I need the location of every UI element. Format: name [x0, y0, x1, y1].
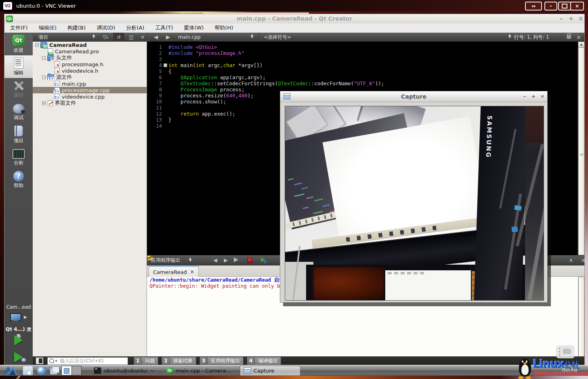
- code-token: process.resize(: [168, 93, 226, 99]
- menubar-item[interactable]: 文件(F): [10, 24, 28, 32]
- taskbar-button-qt[interactable]: main.cpp - Camera...: [163, 366, 234, 375]
- vnc-close-button[interactable]: ×: [570, 2, 584, 11]
- browser-icon[interactable]: [37, 366, 46, 375]
- tree-item[interactable]: C+processImage.cpp: [33, 87, 147, 93]
- locator-input[interactable]: [59, 358, 121, 364]
- debug-run-button[interactable]: [14, 352, 23, 362]
- output-pane-button-1[interactable]: 1问题: [134, 357, 158, 365]
- output-pane-button-4[interactable]: 4编译输出: [247, 357, 281, 365]
- camera-text-speck: [314, 198, 323, 202]
- fold-marker-icon[interactable]: −: [164, 63, 167, 67]
- document-selector-icon[interactable]: ▲▼: [251, 34, 253, 38]
- scroll-up-icon[interactable]: ▲: [578, 42, 584, 47]
- close-output-icon[interactable]: ×: [581, 255, 586, 265]
- open-document-selector[interactable]: main.cpp: [178, 33, 201, 42]
- h-file-icon: h: [55, 68, 60, 74]
- qtcreator-minimize-button[interactable]: –: [557, 14, 566, 23]
- tree-item-label: processImage.cpp: [62, 87, 109, 93]
- project-pane-selector-icon[interactable]: ▲▼: [92, 34, 95, 38]
- sync-with-editor-icon[interactable]: ↺: [113, 33, 124, 42]
- file-manager-icon[interactable]: [23, 366, 33, 375]
- run-button[interactable]: [14, 335, 23, 345]
- editor-close-icon[interactable]: ×: [576, 33, 581, 42]
- workspace-2[interactable]: [71, 366, 81, 375]
- output-pane-selector-icon[interactable]: ▲▼: [189, 257, 191, 261]
- tree-item[interactable]: −h头文件: [33, 55, 147, 61]
- editor-scrollbar[interactable]: ▲ ▼: [578, 42, 584, 269]
- windows-icon[interactable]: [50, 368, 57, 375]
- app-menu-icon[interactable]: [2, 366, 19, 375]
- rerun-icon[interactable]: [234, 257, 238, 262]
- mode-qt[interactable]: 欢迎: [4, 33, 33, 55]
- run-output-icon[interactable]: [261, 257, 265, 262]
- locator-field[interactable]: ▼: [47, 357, 128, 365]
- target-selector-arrow-icon[interactable]: ▶: [24, 315, 27, 319]
- taskbar-button-window[interactable]: Capture: [240, 366, 300, 376]
- filter-icon[interactable]: ▽▾: [101, 33, 110, 42]
- target-selector-button[interactable]: [10, 313, 22, 323]
- menubar-item[interactable]: 构建(B): [67, 24, 86, 32]
- tree-item[interactable]: hprocessImage.h: [33, 61, 147, 67]
- cursor-position-selector-icon[interactable]: ▲▼: [508, 34, 511, 38]
- collapse-icon[interactable]: −: [42, 56, 46, 60]
- mode-debug[interactable]: 调试: [4, 101, 33, 123]
- output-tab-cameraread[interactable]: CameraRead ✕: [149, 266, 199, 277]
- taskbar-button-terminal[interactable]: ubuntu@ubuntu: ~: [90, 366, 158, 375]
- capture-maximize-button[interactable]: +: [529, 92, 538, 101]
- capture-minimize-button[interactable]: –: [521, 92, 529, 101]
- collapse-icon[interactable]: −: [35, 43, 39, 47]
- tree-item[interactable]: QtCameraRead.pro: [33, 48, 147, 55]
- nav-forward-icon[interactable]: ▶: [166, 33, 170, 42]
- mode-analyze[interactable]: 分析: [4, 146, 33, 168]
- editor-scrollbar-thumb[interactable]: [578, 47, 584, 263]
- menubar-item[interactable]: 调试(D): [97, 24, 115, 32]
- tree-item[interactable]: hvideodevice.h: [33, 67, 147, 74]
- symbol-selector[interactable]: <选择符号>: [264, 33, 291, 42]
- capture-window-title: Capture: [280, 91, 547, 102]
- mode-book[interactable]: 项目: [4, 123, 33, 146]
- expand-icon[interactable]: +: [42, 101, 46, 105]
- mode-edit[interactable]: 编辑: [4, 55, 33, 78]
- locator-dropdown-icon[interactable]: ▼: [55, 359, 57, 363]
- menubar-item[interactable]: 窗体(W): [184, 24, 204, 32]
- capture-titlebar[interactable]: Capture: [280, 91, 547, 102]
- maximize-output-icon[interactable]: ∧: [569, 255, 573, 265]
- workspace-1[interactable]: [62, 366, 71, 375]
- menubar-item[interactable]: 工具(T): [155, 24, 173, 32]
- vnc-fullscreen-button[interactable]: ⇔: [525, 2, 542, 11]
- menubar-item[interactable]: 分析(A): [126, 24, 144, 32]
- output-pane-button-3[interactable]: 3应用程序输出: [200, 357, 244, 365]
- output-prev-icon[interactable]: ◀: [212, 257, 219, 264]
- output-next-icon[interactable]: ▶: [222, 257, 229, 264]
- output-tab-close-icon[interactable]: ✕: [190, 269, 194, 275]
- lock-icon[interactable]: [567, 35, 571, 39]
- nav-back-icon[interactable]: ◀: [154, 33, 158, 42]
- tree-item[interactable]: −C+源文件: [33, 74, 147, 80]
- vnc-minimize-button[interactable]: –: [544, 2, 557, 11]
- qtcreator-titlebar[interactable]: Qt main.cpp - CameraRead - Qt Creator: [4, 14, 584, 24]
- mode-help[interactable]: 帮助: [4, 168, 33, 191]
- vnc-logo-2: 2: [8, 3, 11, 8]
- qtcreator-close-button[interactable]: ×: [576, 14, 585, 23]
- qtcreator-maximize-button[interactable]: +: [567, 14, 575, 23]
- menubar-item[interactable]: 编辑(E): [39, 24, 57, 32]
- code-token: [168, 86, 181, 93]
- sidebar-toggle-icon[interactable]: [36, 358, 43, 364]
- tree-item[interactable]: −QtCameraRead: [33, 42, 147, 48]
- tree-item[interactable]: C+main.cpp: [33, 80, 147, 87]
- vnc-logo-icon: V2: [3, 2, 12, 10]
- collapse-icon[interactable]: −: [42, 76, 46, 79]
- split-icon[interactable]: ◫: [126, 33, 136, 42]
- vnc-maximize-button[interactable]: [558, 2, 571, 11]
- tree-item[interactable]: +界面文件: [33, 100, 147, 106]
- stop-icon[interactable]: [247, 258, 252, 263]
- code-line: QTextCodec::setCodecForCStrings(QTextCod…: [168, 80, 578, 86]
- output-scrollbar-thumb[interactable]: [578, 277, 584, 364]
- close-pane-icon[interactable]: ×: [138, 33, 147, 42]
- tree-item[interactable]: C+videodevice.cpp: [33, 93, 147, 100]
- capture-close-button[interactable]: ×: [538, 92, 546, 101]
- output-pane-button-2[interactable]: 2搜索结果: [162, 357, 196, 365]
- workspace-switcher[interactable]: [61, 366, 82, 375]
- code-line: #include <QtGui>: [168, 44, 578, 50]
- menubar-item[interactable]: 帮助(H): [214, 24, 233, 32]
